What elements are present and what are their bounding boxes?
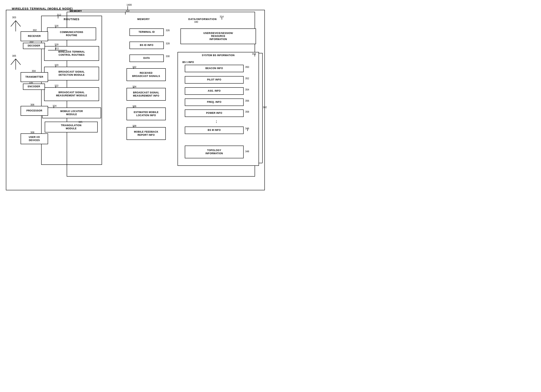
antenna-2 xyxy=(10,55,21,71)
ref-316: 316 xyxy=(55,25,58,27)
ref-308: 308 xyxy=(30,131,34,134)
memory-label: MEMORY xyxy=(70,9,82,13)
beacon-info-box: BEACON INFO xyxy=(185,65,244,72)
ref-352: 352 xyxy=(245,77,249,80)
ref-326: 326 xyxy=(166,29,170,32)
ref-302: 302 xyxy=(33,29,37,31)
topology-information-box: TOPOLOGYINFORMATION xyxy=(185,146,244,158)
routines-title: ROUTINES xyxy=(42,18,102,21)
ref-320: 320 xyxy=(55,64,58,67)
wireless-terminal-label: WIRELESS TERMINAL (MOBILE NODE) xyxy=(12,7,73,10)
freq-info-box: FREQ. INFO xyxy=(185,99,244,106)
pilot-info-box: PILOT INFO xyxy=(185,76,244,84)
ref-338: 338 xyxy=(132,125,136,127)
mobile-locator-box: MOBILE LOCATORMODULE xyxy=(42,108,101,118)
ref-306: 306 xyxy=(30,103,34,106)
ref-333: 333 xyxy=(29,40,33,43)
power-info-box: POWER INFO xyxy=(185,110,244,117)
estimated-mobile-location-box: ESTIMATED MOBILELOCATION INFO xyxy=(126,108,166,120)
ref-342: 342 xyxy=(263,106,267,109)
ref-324: 324 xyxy=(52,105,57,107)
bsd-module-box: BROADCAST SIGNALDETECTION MODULE xyxy=(44,67,99,80)
ref-322: 322 xyxy=(55,84,58,87)
ref-305: 305 xyxy=(12,55,16,57)
ref-325: 325 xyxy=(78,121,82,123)
ref-310: 310 xyxy=(125,9,130,12)
ref-303: 303 xyxy=(12,16,16,19)
ref-1400: 1400 xyxy=(126,4,132,6)
ref-312: 312 xyxy=(57,13,61,16)
ref-332: 332 xyxy=(132,66,136,68)
communications-routine-box: COMMUNICATIONSROUTINE xyxy=(47,27,96,40)
ref-328: 328 xyxy=(166,42,170,45)
diagram: 1400 WIRELESS TERMINAL (MOBILE NODE) MEM… xyxy=(0,0,270,196)
asg-info-box: ASG. INFO xyxy=(185,87,244,95)
ref-334: 334 xyxy=(132,85,136,88)
ref-340: 340 xyxy=(194,21,198,23)
decoder-box: DECODER xyxy=(23,43,45,49)
data-info-label: DATA/INFORMATION xyxy=(188,18,217,21)
ref-344: 344 xyxy=(252,52,256,55)
bsm-module-box: BROADCAST SIGNALMEASUREMENT MODULE xyxy=(44,87,99,101)
ref-318: 318 xyxy=(55,43,58,46)
receiver-box: RECEIVER xyxy=(21,31,48,41)
terminal-id-box: TERMINAL ID xyxy=(130,28,164,36)
encoder-box: ENCODER xyxy=(23,84,45,90)
bs-m-info-box: BS M INFO xyxy=(185,126,244,134)
svg-line-5 xyxy=(16,59,21,65)
triangulation-box: TRIANGULATIONMODULE xyxy=(45,122,98,132)
ref-348: 348 xyxy=(245,150,249,153)
transmitter-box: TRANSMITTER xyxy=(21,72,48,82)
svg-line-2 xyxy=(16,21,21,26)
wt-control-routines-box: WIRELESS TERMINALCONTROL ROUTINES xyxy=(44,46,99,61)
received-broadcast-signals-box: RECEIVEDBROADCAST SIGNALS xyxy=(126,68,166,81)
processor-box: PROCESSOR xyxy=(21,106,48,116)
ref-330: 330 xyxy=(166,55,170,58)
ref-335: 335 xyxy=(29,81,33,84)
bs-id-info-box: BS ID INFO xyxy=(130,42,164,49)
mobile-feedback-report-box: MOBILE FEEDBACKREPORT INFO xyxy=(126,127,166,140)
ellipsis: : xyxy=(216,119,217,124)
antenna-1 xyxy=(10,17,21,32)
ref-304: 304 xyxy=(32,70,36,72)
ref-336: 336 xyxy=(132,105,136,108)
ref-358: 358 xyxy=(245,110,249,113)
svg-line-4 xyxy=(11,59,16,65)
ref-350: 350 xyxy=(245,66,249,68)
memory-section-label: MEMORY xyxy=(137,18,150,21)
data-box: DATA xyxy=(130,55,164,62)
ref-354: 354 xyxy=(245,88,249,91)
bs1-info-label: BS 1 INFO xyxy=(182,61,194,63)
broadcast-signal-measurement-info-box: BROADCAST SIGNALMEASUREMENT INFO xyxy=(126,88,166,101)
user-io-box: USER I/ODEVICES xyxy=(21,133,48,144)
svg-line-1 xyxy=(11,21,16,26)
user-device-session-box: USER/DEVICE/SESSION/RESOURCEINFORMATION xyxy=(181,28,256,44)
ref-356: 356 xyxy=(245,99,249,102)
